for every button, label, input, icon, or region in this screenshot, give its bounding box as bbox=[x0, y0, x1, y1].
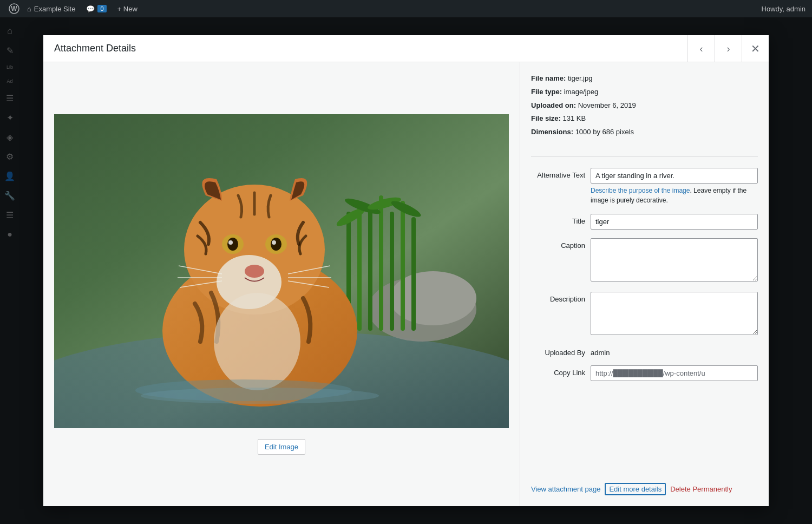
comment-count: 0 bbox=[97, 5, 106, 12]
comment-icon: 💬 bbox=[86, 5, 95, 13]
copy-link-field-row: Copy Link bbox=[531, 365, 758, 381]
alt-text-help: Describe the purpose of the image. Leave… bbox=[591, 186, 758, 205]
comments-link[interactable]: 💬 0 bbox=[81, 0, 112, 17]
file-type-row: File type: image/jpeg bbox=[531, 87, 758, 98]
svg-rect-7 bbox=[357, 201, 362, 331]
modal-body: Edit Image File name: tiger.jpg File typ… bbox=[43, 62, 769, 506]
modal-title: Attachment Details bbox=[54, 43, 758, 54]
svg-rect-9 bbox=[379, 195, 383, 331]
caption-content bbox=[591, 238, 758, 283]
uploaded-on-row: Uploaded on: November 6, 2019 bbox=[531, 100, 758, 112]
description-content bbox=[591, 292, 758, 337]
close-icon: ✕ bbox=[751, 42, 760, 55]
edit-image-button[interactable]: Edit Image bbox=[258, 439, 305, 455]
details-panel: File name: tiger.jpg File type: image/jp… bbox=[520, 62, 769, 506]
attachment-details-modal: Attachment Details ‹ › ✕ bbox=[43, 35, 769, 506]
title-input[interactable] bbox=[591, 214, 758, 230]
copy-link-content bbox=[591, 365, 758, 381]
howdy-label: Howdy, admin bbox=[762, 5, 806, 13]
modal-close-button[interactable]: ✕ bbox=[742, 35, 769, 62]
new-content-link[interactable]: + New bbox=[112, 0, 143, 17]
file-name-value: tiger.jpg bbox=[568, 74, 593, 82]
description-label: Description bbox=[531, 292, 585, 303]
dimensions-row: Dimensions: 1000 by 686 pixels bbox=[531, 127, 758, 138]
title-label: Title bbox=[531, 214, 585, 225]
svg-point-27 bbox=[214, 293, 300, 390]
file-name-row: File name: tiger.jpg bbox=[531, 73, 758, 84]
wp-logo-icon[interactable]: W bbox=[6, 0, 22, 17]
delete-permanently-link[interactable]: Delete Permanently bbox=[670, 485, 732, 493]
title-content bbox=[591, 214, 758, 230]
title-field-row: Title bbox=[531, 214, 758, 230]
alt-text-help-link[interactable]: Describe the purpose of the image bbox=[591, 187, 690, 194]
svg-text:W: W bbox=[11, 5, 17, 12]
file-info: File name: tiger.jpg File type: image/jp… bbox=[531, 73, 758, 140]
next-attachment-button[interactable]: › bbox=[715, 35, 742, 62]
svg-rect-8 bbox=[368, 206, 372, 331]
copy-link-input[interactable] bbox=[591, 365, 758, 381]
svg-point-35 bbox=[141, 388, 379, 404]
admin-bar-left: W ⌂ Example Site 💬 0 + New bbox=[6, 0, 762, 17]
svg-point-25 bbox=[272, 240, 276, 245]
dimensions-value: 1000 by 686 pixels bbox=[575, 128, 634, 136]
description-field-row: Description bbox=[531, 292, 758, 337]
file-size-row: File size: 131 KB bbox=[531, 113, 758, 125]
chevron-left-icon: ‹ bbox=[700, 43, 703, 55]
alt-text-input[interactable] bbox=[591, 168, 758, 184]
svg-point-22 bbox=[227, 238, 238, 251]
home-icon: ⌂ bbox=[27, 5, 31, 13]
modal-header: Attachment Details ‹ › ✕ bbox=[43, 35, 769, 62]
copy-link-label: Copy Link bbox=[531, 365, 585, 377]
svg-point-23 bbox=[271, 238, 281, 251]
file-type-value: image/jpeg bbox=[564, 88, 599, 96]
site-name-text: Example Site bbox=[34, 5, 76, 13]
chevron-right-icon: › bbox=[727, 43, 730, 55]
view-attachment-page-link[interactable]: View attachment page bbox=[531, 485, 600, 493]
site-name-link[interactable]: ⌂ Example Site bbox=[22, 0, 81, 17]
admin-bar: W ⌂ Example Site 💬 0 + New Howdy, admin bbox=[0, 0, 812, 17]
file-name-label: File name: bbox=[531, 74, 566, 82]
uploaded-on-value: November 6, 2019 bbox=[578, 101, 636, 109]
divider bbox=[531, 156, 758, 157]
uploaded-by-content: admin bbox=[591, 345, 758, 357]
svg-point-24 bbox=[228, 240, 233, 245]
uploaded-on-label: Uploaded on: bbox=[531, 101, 576, 109]
file-size-label: File size: bbox=[531, 114, 561, 122]
alt-text-content: Describe the purpose of the image. Leave… bbox=[591, 168, 758, 205]
modal-overlay: Attachment Details ‹ › ✕ bbox=[0, 17, 812, 524]
file-type-label: File type: bbox=[531, 88, 562, 96]
caption-textarea[interactable] bbox=[591, 238, 758, 281]
svg-point-26 bbox=[245, 265, 264, 278]
attachment-image bbox=[54, 114, 509, 428]
svg-rect-10 bbox=[390, 212, 394, 331]
svg-rect-11 bbox=[401, 201, 405, 331]
edit-more-details-link[interactable]: Edit more details bbox=[605, 483, 666, 495]
alt-text-label: Alternative Text bbox=[531, 168, 585, 179]
description-textarea[interactable] bbox=[591, 292, 758, 335]
new-label: + New bbox=[117, 5, 137, 13]
svg-rect-12 bbox=[411, 217, 416, 331]
modal-nav: ‹ › bbox=[687, 35, 742, 62]
file-size-value: 131 KB bbox=[563, 114, 586, 122]
caption-field-row: Caption bbox=[531, 238, 758, 283]
dimensions-label: Dimensions: bbox=[531, 128, 573, 136]
prev-attachment-button[interactable]: ‹ bbox=[687, 35, 715, 62]
caption-label: Caption bbox=[531, 238, 585, 250]
image-panel: Edit Image bbox=[43, 62, 520, 506]
uploaded-by-label: Uploaded By bbox=[531, 345, 585, 357]
uploaded-by-field-row: Uploaded By admin bbox=[531, 345, 758, 357]
uploaded-by-value: admin bbox=[591, 345, 758, 357]
alt-text-field-row: Alternative Text Describe the purpose of… bbox=[531, 168, 758, 205]
bottom-actions: View attachment page Edit more details D… bbox=[531, 472, 758, 495]
